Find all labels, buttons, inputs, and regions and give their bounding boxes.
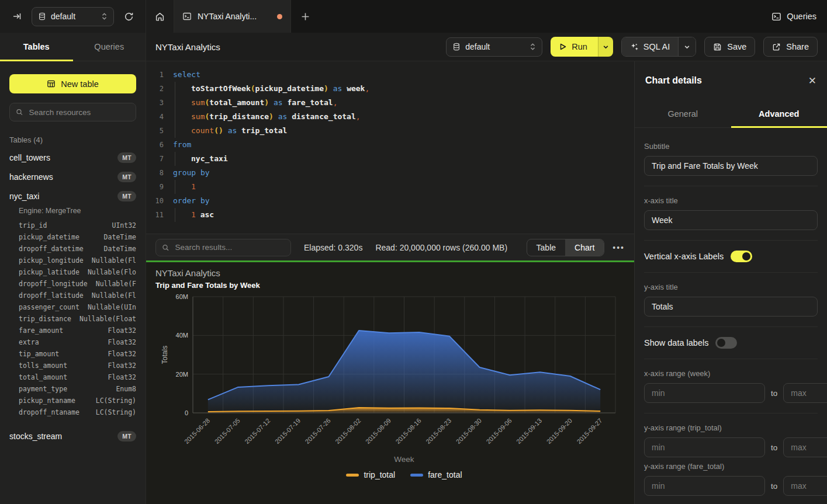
- code-line[interactable]: 8group by: [146, 166, 634, 180]
- home-tab[interactable]: [146, 0, 174, 33]
- close-icon[interactable]: ✕: [808, 75, 816, 87]
- share-label: Share: [786, 42, 809, 51]
- more-options-icon[interactable]: •••: [613, 243, 625, 252]
- view-toggle-table[interactable]: Table: [527, 239, 565, 256]
- run-options-caret[interactable]: [598, 37, 613, 57]
- line-number: 4: [146, 110, 164, 124]
- xaxis-range-max-input[interactable]: [783, 383, 827, 403]
- sidebar-search-input[interactable]: [28, 107, 130, 117]
- svg-text:2015-09-06: 2015-09-06: [485, 417, 513, 445]
- yaxis-title-input[interactable]: [644, 297, 818, 317]
- yaxis-range-fare-label: y-axis range (fare_total): [644, 462, 818, 471]
- plus-icon: [301, 12, 310, 21]
- save-label: Save: [727, 42, 746, 51]
- sidebar: Tables Queries New table Tables (4) cell…: [0, 33, 146, 504]
- table-icon: [47, 79, 56, 88]
- database-selector[interactable]: default: [32, 7, 114, 26]
- table-item-stocks_stream[interactable]: stocks_streamMT: [9, 426, 136, 446]
- sidebar-search[interactable]: [9, 103, 136, 121]
- save-button[interactable]: Save: [704, 37, 755, 57]
- legend-swatch: [346, 474, 359, 477]
- line-number: 1: [146, 68, 164, 82]
- run-button[interactable]: Run: [551, 37, 613, 57]
- table-name: cell_towers: [9, 153, 50, 162]
- refresh-icon[interactable]: [120, 8, 137, 25]
- code-line[interactable]: 10order by: [146, 194, 634, 208]
- yaxis-range-trip-min-input[interactable]: [644, 437, 765, 457]
- tables-section-label: Tables (4): [9, 135, 136, 144]
- sql-ai-button[interactable]: SQL AI: [621, 37, 696, 57]
- yaxis-range-trip-label: y-axis range (trip_total): [644, 423, 818, 432]
- table-item-nyc_taxi[interactable]: nyc_taxiMT: [9, 186, 136, 206]
- share-button[interactable]: Share: [763, 37, 818, 57]
- view-toggle-chart[interactable]: Chart: [565, 239, 604, 256]
- results-search-input[interactable]: [174, 242, 285, 252]
- chevron-up-down-icon: [101, 12, 108, 20]
- svg-text:2015-08-02: 2015-08-02: [334, 417, 362, 445]
- sql-editor[interactable]: 1select2toStartOfWeek(pickup_datetime) a…: [146, 61, 634, 234]
- code-line[interactable]: 5count() as trip_total: [146, 124, 634, 138]
- legend-label: trip_total: [364, 470, 395, 479]
- code-line[interactable]: 7nyc_taxi: [146, 152, 634, 166]
- column-row: dropoff_longitudeNullable(F: [9, 278, 136, 290]
- new-table-label: New table: [61, 79, 98, 89]
- subtitle-label: Subtitle: [644, 142, 818, 151]
- table-item-cell_towers[interactable]: cell_towersMT: [9, 148, 136, 167]
- code-line[interactable]: 91: [146, 180, 634, 194]
- new-tab-button[interactable]: [291, 0, 319, 33]
- subtitle-input[interactable]: [644, 156, 818, 176]
- sidebar-tab-queries[interactable]: Queries: [73, 33, 146, 61]
- code-line[interactable]: 111 asc: [146, 208, 634, 222]
- svg-text:2015-07-05: 2015-07-05: [213, 417, 241, 445]
- code-line[interactable]: 6from: [146, 138, 634, 152]
- svg-text:0: 0: [185, 409, 188, 416]
- yaxis-range-fare-max-input[interactable]: [783, 476, 827, 496]
- line-number: 3: [146, 96, 164, 110]
- yaxis-range-fare-min-input[interactable]: [644, 476, 765, 496]
- svg-text:40M: 40M: [176, 332, 188, 339]
- code-line[interactable]: 1select: [146, 68, 634, 82]
- tab-advanced[interactable]: Advanced: [731, 100, 827, 127]
- query-title: NYTaxi Analytics: [155, 42, 220, 52]
- legend-item-fare_total[interactable]: fare_total: [410, 470, 462, 479]
- code-line[interactable]: 2toStartOfWeek(pickup_datetime) as week,: [146, 82, 634, 96]
- xaxis-range-min-input[interactable]: [644, 383, 765, 403]
- engine-badge: MT: [117, 152, 136, 163]
- svg-text:2015-08-30: 2015-08-30: [455, 417, 483, 445]
- xaxis-title-input[interactable]: [644, 210, 818, 230]
- code-line[interactable]: 4sum(trip_distance) as distance_total,: [146, 110, 634, 124]
- view-toggle: Table Chart: [527, 239, 605, 256]
- line-number: 5: [146, 124, 164, 138]
- sql-ai-caret[interactable]: [678, 37, 695, 56]
- to-label: to: [771, 443, 777, 452]
- table-item-hackernews[interactable]: hackernewsMT: [9, 167, 136, 186]
- elapsed-stat: Elapsed: 0.320s: [304, 243, 362, 252]
- run-database-value: default: [465, 42, 525, 51]
- line-number: 6: [146, 138, 164, 152]
- results-search[interactable]: [155, 239, 291, 256]
- collapse-sidebar-icon[interactable]: [8, 8, 26, 25]
- column-row: extraFloat32: [9, 336, 136, 348]
- database-icon: [452, 43, 461, 51]
- tab-general[interactable]: General: [635, 100, 731, 127]
- code-line[interactable]: 3sum(total_amount) as fare_total,: [146, 96, 634, 110]
- vertical-xaxis-labels-toggle[interactable]: [731, 251, 752, 262]
- queries-button[interactable]: Queries: [771, 0, 816, 33]
- sidebar-tab-tables[interactable]: Tables: [0, 33, 73, 61]
- search-icon: [16, 108, 23, 116]
- tab-nytaxi-analytics[interactable]: NYTaxi Analyti...: [174, 0, 291, 33]
- queries-icon: [771, 12, 781, 22]
- svg-text:2015-08-16: 2015-08-16: [394, 417, 422, 445]
- yaxis-range-trip-max-input[interactable]: [783, 437, 827, 457]
- new-table-button[interactable]: New table: [9, 74, 136, 93]
- legend-swatch: [410, 474, 423, 477]
- run-database-selector[interactable]: default: [446, 37, 542, 57]
- line-number: 9: [146, 180, 164, 194]
- show-data-labels-label: Show data labels: [644, 338, 708, 347]
- line-number: 2: [146, 82, 164, 96]
- show-data-labels-toggle[interactable]: [715, 337, 737, 349]
- chart-title: NYTaxi Analytics: [155, 268, 220, 278]
- legend-item-trip_total[interactable]: trip_total: [346, 470, 395, 479]
- results-toolbar: Elapsed: 0.320s Read: 20,000,000 rows (2…: [146, 234, 634, 260]
- column-row: dropoff_ntanameLC(String): [9, 406, 136, 418]
